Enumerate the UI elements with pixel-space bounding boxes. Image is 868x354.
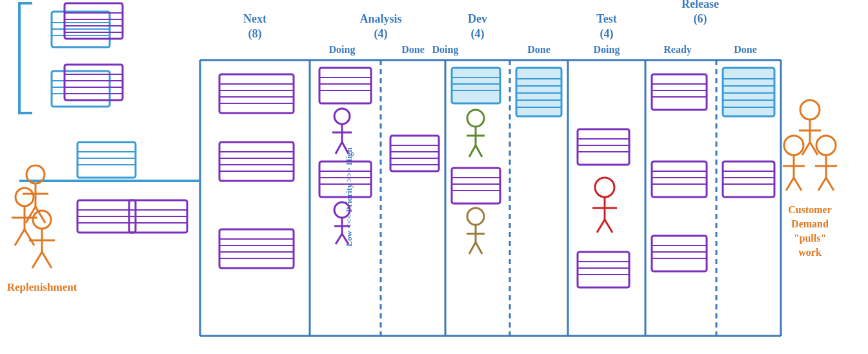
svg-rect-42 xyxy=(65,65,123,100)
svg-text:Next: Next xyxy=(243,12,267,25)
svg-point-60 xyxy=(26,165,45,183)
svg-text:Analysis: Analysis xyxy=(359,12,401,25)
board-svg: Next (8) Analysis (4) Doing Done Dev (4)… xyxy=(0,0,868,354)
svg-line-107 xyxy=(336,234,342,244)
svg-rect-51 xyxy=(77,200,136,233)
svg-rect-132 xyxy=(516,68,561,116)
svg-text:(4): (4) xyxy=(471,27,485,41)
svg-point-70 xyxy=(33,211,51,229)
svg-text:(6): (6) xyxy=(694,12,707,26)
svg-rect-81 xyxy=(219,142,294,181)
svg-line-98 xyxy=(336,142,342,154)
svg-line-108 xyxy=(342,234,348,244)
svg-text:(8): (8) xyxy=(248,27,262,41)
svg-rect-169 xyxy=(723,161,774,197)
svg-rect-138 xyxy=(578,129,629,165)
svg-text:Dev: Dev xyxy=(468,12,487,25)
svg-rect-76 xyxy=(219,74,294,113)
svg-text:"pulls": "pulls" xyxy=(794,233,827,244)
svg-rect-114 xyxy=(452,68,500,103)
svg-text:Customer: Customer xyxy=(788,204,832,215)
svg-line-73 xyxy=(32,252,42,268)
svg-text:Release: Release xyxy=(681,0,719,10)
svg-point-178 xyxy=(784,136,803,155)
svg-text:Low <<< Priority >>> High: Low <<< Priority >>> High xyxy=(344,147,354,246)
svg-rect-159 xyxy=(652,236,707,271)
svg-line-74 xyxy=(42,252,52,268)
svg-point-118 xyxy=(467,110,484,127)
svg-point-104 xyxy=(334,202,350,218)
svg-text:Demand: Demand xyxy=(791,218,829,229)
svg-line-63 xyxy=(26,207,35,223)
svg-text:(4): (4) xyxy=(374,27,388,41)
svg-line-177 xyxy=(810,142,818,155)
svg-line-181 xyxy=(786,178,794,191)
svg-rect-151 xyxy=(652,74,707,110)
svg-rect-147 xyxy=(578,252,629,287)
svg-text:Doing: Doing xyxy=(594,44,620,56)
svg-rect-38 xyxy=(52,71,110,107)
svg-point-127 xyxy=(467,208,484,225)
svg-line-145 xyxy=(597,220,605,233)
svg-line-131 xyxy=(476,242,482,254)
svg-text:(4): (4) xyxy=(600,27,614,41)
kanban-board: Next (8) Analysis (4) Doing Done Dev (4)… xyxy=(0,0,868,354)
svg-rect-86 xyxy=(219,229,294,268)
svg-text:Test: Test xyxy=(596,12,616,25)
svg-rect-33 xyxy=(65,3,123,39)
svg-point-95 xyxy=(334,109,350,124)
svg-line-69 xyxy=(25,229,34,245)
svg-text:Ready: Ready xyxy=(663,44,692,56)
svg-line-99 xyxy=(342,142,348,154)
svg-text:Done: Done xyxy=(401,44,425,55)
svg-rect-55 xyxy=(129,200,187,233)
svg-rect-47 xyxy=(77,142,136,178)
svg-point-142 xyxy=(595,178,614,197)
svg-point-173 xyxy=(800,100,820,120)
svg-rect-100 xyxy=(319,161,371,197)
svg-rect-123 xyxy=(452,168,500,203)
svg-point-183 xyxy=(816,136,836,155)
svg-line-122 xyxy=(476,145,482,157)
svg-text:Done: Done xyxy=(734,44,757,55)
svg-line-186 xyxy=(818,178,826,191)
svg-text:Replenishment: Replenishment xyxy=(7,281,77,293)
svg-rect-29 xyxy=(52,12,110,47)
svg-line-182 xyxy=(794,178,802,191)
svg-line-121 xyxy=(469,145,476,157)
svg-rect-163 xyxy=(723,68,774,116)
svg-text:Done: Done xyxy=(527,44,550,55)
svg-line-130 xyxy=(469,242,476,254)
svg-rect-155 xyxy=(652,161,707,197)
svg-line-64 xyxy=(35,207,45,223)
svg-point-65 xyxy=(15,188,34,206)
svg-line-146 xyxy=(605,220,612,233)
svg-line-187 xyxy=(826,178,834,191)
svg-text:Doing: Doing xyxy=(432,44,459,56)
svg-line-176 xyxy=(802,142,810,155)
svg-rect-109 xyxy=(390,136,439,171)
svg-line-68 xyxy=(15,229,25,245)
svg-text:Doing: Doing xyxy=(329,44,356,56)
svg-rect-91 xyxy=(319,68,371,103)
svg-text:work: work xyxy=(798,247,822,258)
